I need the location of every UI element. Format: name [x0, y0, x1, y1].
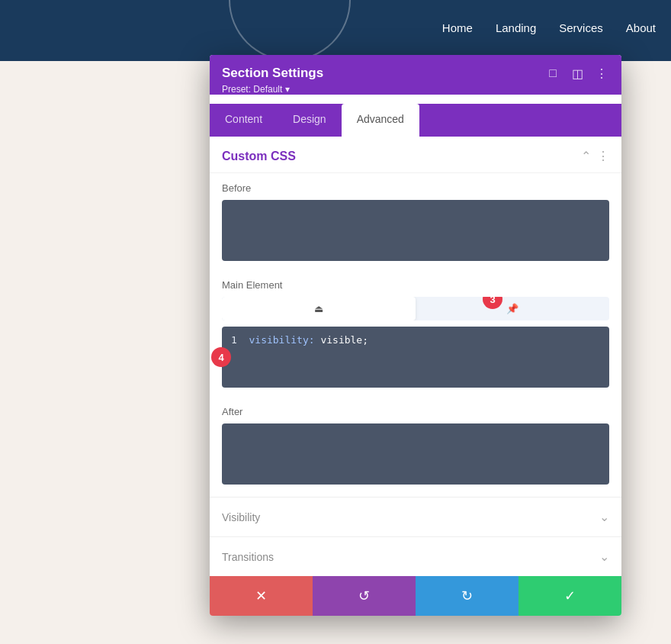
more-options-icon[interactable]: ⋮: [594, 66, 609, 81]
visibility-chevron-icon: ⌄: [599, 510, 609, 524]
before-label: Before: [222, 182, 609, 194]
transitions-chevron-icon: ⌄: [599, 549, 609, 564]
section-settings-modal: Section Settings □ ◫ ⋮ Preset: Default ▾…: [210, 55, 621, 616]
modal-title: Section Settings: [222, 66, 323, 81]
save-button[interactable]: ✓: [518, 576, 621, 616]
badge-3: 3: [483, 297, 502, 309]
main-element-code-area[interactable]: 1 visibility: visible;: [222, 327, 609, 388]
pin-icon: 📌: [506, 303, 518, 314]
section-header-icons: ⌃ ⋮: [581, 149, 609, 163]
main-element-label: Main Element: [222, 279, 609, 291]
after-field-container: After: [210, 397, 621, 497]
nav-home[interactable]: Home: [442, 21, 473, 34]
custom-css-section-header: Custom CSS ⌃ ⋮: [210, 137, 621, 173]
css-line-1: 1 visibility: visible;: [231, 334, 368, 346]
desktop-icon: ⏏: [314, 303, 323, 314]
after-label: After: [222, 406, 609, 417]
tab-content[interactable]: Content: [210, 104, 278, 137]
tab-design[interactable]: Design: [278, 104, 342, 137]
custom-css-title: Custom CSS: [222, 150, 296, 163]
modal-header-icons: □ ◫ ⋮: [545, 66, 609, 81]
tab-pin[interactable]: 📌 3: [416, 297, 609, 320]
cancel-button[interactable]: ✕: [210, 576, 313, 616]
before-field-container: Before: [210, 173, 621, 273]
modal-header: Section Settings □ ◫ ⋮ Preset: Default ▾: [210, 55, 621, 95]
redo-button[interactable]: ↻: [416, 576, 518, 616]
visibility-label: Visibility: [222, 511, 260, 523]
collapse-icon[interactable]: ⌃: [581, 149, 591, 163]
modal-header-top: Section Settings □ ◫ ⋮: [222, 66, 609, 81]
main-element-section: Main Element ⏏ 📌 3 4 1 visibility: visib…: [210, 273, 621, 388]
transitions-section[interactable]: Transitions ⌄: [210, 536, 621, 576]
nav-services[interactable]: Services: [559, 21, 603, 34]
modal-preset[interactable]: Preset: Default ▾: [222, 84, 609, 95]
section-more-icon[interactable]: ⋮: [597, 149, 609, 163]
modal-tabs: Content Design Advanced: [210, 104, 621, 137]
after-textarea[interactable]: [222, 423, 609, 485]
tab-advanced[interactable]: Advanced: [342, 104, 419, 137]
modal-footer: ✕ ↺ ↻ ✓: [210, 576, 621, 616]
nav-about[interactable]: About: [626, 21, 656, 34]
tab-desktop[interactable]: ⏏: [222, 297, 416, 320]
nav-landing[interactable]: Landing: [496, 21, 536, 34]
fullscreen-icon[interactable]: □: [545, 66, 560, 81]
transitions-label: Transitions: [222, 551, 274, 563]
code-area-wrapper: 4 1 visibility: visible;: [222, 327, 609, 388]
reset-button[interactable]: ↺: [313, 576, 416, 616]
columns-icon[interactable]: ◫: [570, 66, 585, 81]
modal-body: Custom CSS ⌃ ⋮ Before Main Element ⏏ 📌: [210, 137, 621, 576]
before-textarea[interactable]: [222, 200, 609, 261]
main-element-tab-switcher: ⏏ 📌 3: [222, 297, 609, 320]
badge-4: 4: [211, 347, 231, 367]
visibility-section[interactable]: Visibility ⌄: [210, 497, 621, 536]
